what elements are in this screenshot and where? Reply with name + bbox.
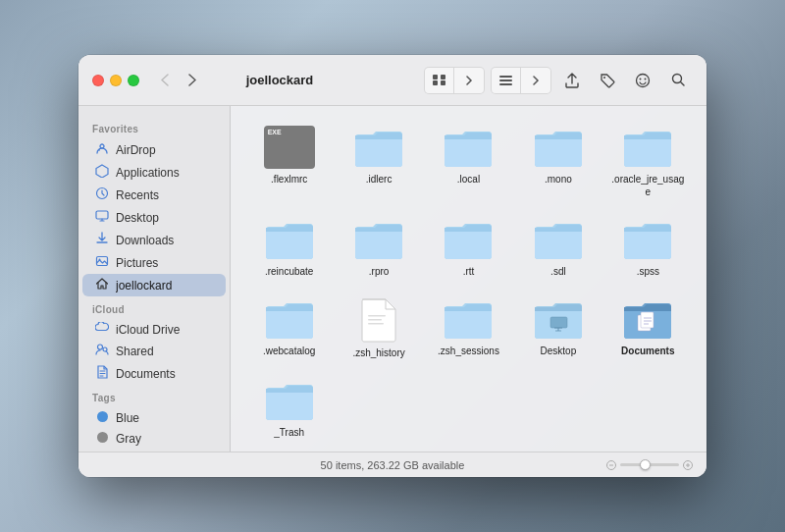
svg-rect-14 <box>96 211 108 219</box>
status-bar: 50 items, 263.22 GB available <box>78 452 706 477</box>
svg-rect-1 <box>441 75 445 80</box>
sidebar-item-downloads[interactable]: Downloads <box>82 229 226 251</box>
file-name: .reincubate <box>265 265 313 278</box>
sidebar-item-tag-blue[interactable]: Blue <box>82 407 226 428</box>
svg-point-10 <box>645 78 647 80</box>
pictures-icon <box>94 254 110 271</box>
recents-icon <box>94 186 110 203</box>
folder-icon <box>533 126 584 169</box>
traffic-lights <box>92 75 139 86</box>
text-file-icon <box>359 297 398 343</box>
close-button[interactable] <box>92 75 104 86</box>
file-item-zsh-sessions[interactable]: .zsh_sessions <box>426 292 511 365</box>
sidebar-item-shared[interactable]: Shared <box>82 340 226 362</box>
view-chevron-button[interactable] <box>454 68 484 93</box>
title-bar: joellockard <box>78 55 706 106</box>
search-button[interactable] <box>663 68 693 93</box>
folder-icon <box>443 297 494 341</box>
face-button[interactable] <box>628 68 657 93</box>
file-item-spss[interactable]: .spss <box>605 212 691 284</box>
svg-rect-3 <box>441 80 445 85</box>
slider-thumb[interactable] <box>640 459 651 470</box>
blue-tag-dot <box>94 410 110 425</box>
svg-rect-17 <box>368 315 386 317</box>
folder-icon <box>443 126 494 169</box>
file-name: Desktop <box>541 345 577 357</box>
file-item-reincubate[interactable]: .reincubate <box>246 212 332 284</box>
file-item-trash[interactable]: _Trash <box>246 373 332 445</box>
home-icon <box>94 277 110 293</box>
folder-icon <box>264 297 315 341</box>
file-item-rpro[interactable]: .rpro <box>336 212 421 284</box>
minimize-button[interactable] <box>110 75 122 86</box>
folder-icon <box>622 126 673 169</box>
view-grid-button[interactable] <box>425 68 454 93</box>
svg-rect-5 <box>499 80 512 81</box>
sidebar-item-tag-gray[interactable]: Gray <box>82 428 226 449</box>
tag-button[interactable] <box>593 68 622 93</box>
folder-icon <box>353 126 404 169</box>
file-item-local[interactable]: .local <box>426 120 511 204</box>
slider-track[interactable] <box>620 463 679 466</box>
sidebar-item-joellockard[interactable]: joellockard <box>82 274 226 296</box>
file-name: .spss <box>637 265 659 278</box>
svg-point-9 <box>640 78 642 80</box>
sidebar-item-airdrop[interactable]: AirDrop <box>82 138 226 161</box>
sidebar-item-applications[interactable]: Applications <box>82 161 226 184</box>
file-name: .sdl <box>550 265 566 278</box>
file-item-documents[interactable]: Documents <box>605 292 691 365</box>
finder-body: Favorites AirDrop Application <box>78 106 706 452</box>
file-item-mono[interactable]: .mono <box>515 120 601 204</box>
file-name: .flexlmrc <box>271 173 307 186</box>
sidebar-item-shared-label: Shared <box>116 345 154 358</box>
svg-rect-25 <box>641 312 654 328</box>
svg-rect-20 <box>550 317 567 328</box>
file-item-sdl[interactable]: .sdl <box>515 212 601 284</box>
special-file-icon: EXE <box>264 126 315 169</box>
file-name: .rtt <box>463 265 475 278</box>
file-item-desktop[interactable]: Desktop <box>515 292 601 365</box>
file-area: EXE .flexlmrc .idlerc <box>231 106 706 452</box>
sidebar-item-desktop-label: Desktop <box>116 211 159 225</box>
sidebar-item-documents[interactable]: Documents <box>82 362 226 385</box>
share-button[interactable] <box>557 68 587 93</box>
svg-rect-0 <box>433 75 438 80</box>
applications-icon <box>94 164 110 181</box>
svg-rect-2 <box>433 80 438 85</box>
view-toggle-group <box>424 67 485 94</box>
file-name: .oracle_jre_usage <box>609 173 687 198</box>
file-name: .webcatalog <box>263 345 315 357</box>
zoom-in-icon <box>683 460 693 470</box>
desktop-icon <box>94 209 110 226</box>
file-item-rtt[interactable]: .rtt <box>426 212 511 284</box>
view-list-chevron[interactable] <box>521 68 550 93</box>
zoom-slider[interactable] <box>606 460 693 470</box>
folder-icon <box>533 218 584 261</box>
sidebar-item-blue-label: Blue <box>116 411 139 425</box>
file-name: _Trash <box>274 426 304 439</box>
file-item-webcatalog[interactable]: .webcatalog <box>246 292 332 365</box>
sidebar-item-gray-label: Gray <box>116 432 141 446</box>
file-name: .mono <box>545 173 572 186</box>
icloud-drive-icon <box>94 322 110 337</box>
file-item-flexlmrc[interactable]: EXE .flexlmrc <box>246 120 332 204</box>
sidebar-item-icloud-drive[interactable]: iCloud Drive <box>82 319 226 340</box>
documents-icon <box>94 365 110 382</box>
file-name: .zsh_sessions <box>438 345 499 357</box>
finder-window: joellockard <box>78 55 706 477</box>
svg-rect-19 <box>368 323 384 325</box>
sidebar-item-recents[interactable]: Recents <box>82 184 226 206</box>
file-item-idlerc[interactable]: .idlerc <box>336 120 421 204</box>
toolbar-right <box>424 67 693 94</box>
file-name: Documents <box>621 345 674 357</box>
sidebar-item-desktop[interactable]: Desktop <box>82 206 226 229</box>
sidebar-item-documents-label: Documents <box>116 367 176 381</box>
icloud-label: iCloud <box>78 296 230 319</box>
sidebar-item-applications-label: Applications <box>116 166 180 180</box>
file-item-oracle[interactable]: .oracle_jre_usage <box>605 120 691 204</box>
sidebar-item-pictures[interactable]: Pictures <box>82 251 226 274</box>
view-list-button[interactable] <box>492 68 521 93</box>
sidebar-item-downloads-label: Downloads <box>116 234 174 247</box>
file-item-zsh-history[interactable]: .zsh_history <box>336 292 421 365</box>
file-name: .rpro <box>369 265 390 278</box>
